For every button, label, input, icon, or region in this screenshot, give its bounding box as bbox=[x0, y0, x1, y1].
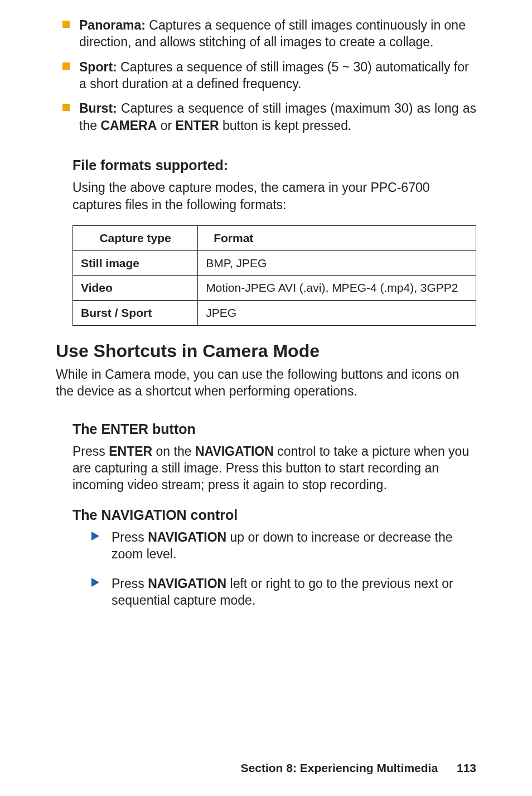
keyword-enter: ENTER bbox=[176, 118, 219, 133]
text-pre: Press bbox=[112, 530, 148, 544]
enter-heading: The ENTER button bbox=[72, 420, 476, 438]
bullet-text-mid: or bbox=[157, 118, 175, 133]
bullet-title: Panorama: bbox=[79, 18, 146, 32]
text-pre: Press bbox=[72, 444, 109, 459]
list-item: Press NAVIGATION left or right to go to … bbox=[91, 575, 476, 609]
cell-value: BMP, JPEG bbox=[198, 250, 476, 276]
triangle-bullet-icon bbox=[91, 578, 99, 587]
square-bullet-icon bbox=[62, 104, 70, 111]
keyword-navigation: NAVIGATION bbox=[195, 444, 274, 459]
footer-section: Section 8: Experiencing Multimedia bbox=[241, 761, 438, 774]
bullet-title: Sport: bbox=[79, 60, 117, 74]
table-head-row: Capture type Format bbox=[73, 225, 476, 250]
bullet-text-post: button is kept pressed. bbox=[219, 118, 352, 133]
list-item: Sport: Captures a sequence of still imag… bbox=[56, 59, 476, 93]
text-pre: Press bbox=[112, 576, 148, 591]
page: Panorama: Captures a sequence of still i… bbox=[0, 0, 532, 796]
list-item: Burst: Captures a sequence of still imag… bbox=[56, 100, 476, 134]
page-footer: Section 8: Experiencing Multimedia 113 bbox=[241, 760, 476, 776]
bullet-title: Burst: bbox=[79, 101, 117, 115]
table-row: Burst / Sport JPEG bbox=[73, 301, 476, 326]
nav-heading: The NAVIGATION control bbox=[72, 506, 476, 524]
table-row: Video Motion-JPEG AVI (.avi), MPEG-4 (.m… bbox=[73, 276, 476, 301]
col-capture-type: Capture type bbox=[73, 225, 198, 250]
cell-key: Burst / Sport bbox=[73, 301, 198, 326]
bullet-text: Captures a sequence of still images (5 ~… bbox=[79, 60, 469, 91]
shortcuts-intro: While in Camera mode, you can use the fo… bbox=[56, 366, 476, 400]
list-item: Panorama: Captures a sequence of still i… bbox=[56, 17, 476, 51]
footer-page-number: 113 bbox=[457, 760, 476, 776]
keyword-navigation: NAVIGATION bbox=[148, 576, 226, 591]
file-formats-intro: Using the above capture modes, the camer… bbox=[72, 179, 476, 213]
file-formats-heading: File formats supported: bbox=[72, 156, 476, 175]
cell-key: Video bbox=[73, 276, 198, 301]
navigation-control-section: The NAVIGATION control Press NAVIGATION … bbox=[72, 506, 476, 609]
enter-paragraph: Press ENTER on the NAVIGATION control to… bbox=[72, 443, 476, 494]
cell-value: JPEG bbox=[198, 301, 476, 326]
keyword-enter: ENTER bbox=[109, 444, 152, 459]
table-row: Still image BMP, JPEG bbox=[73, 250, 476, 276]
enter-button-section: The ENTER button Press ENTER on the NAVI… bbox=[72, 420, 476, 494]
nav-list: Press NAVIGATION up or down to increase … bbox=[91, 529, 476, 609]
text-mid: on the bbox=[152, 444, 195, 459]
list-item: Press NAVIGATION up or down to increase … bbox=[91, 529, 476, 563]
file-formats-section: File formats supported: Using the above … bbox=[72, 156, 476, 326]
keyword-camera: CAMERA bbox=[100, 118, 157, 133]
square-bullet-icon bbox=[62, 62, 70, 70]
square-bullet-icon bbox=[62, 21, 70, 28]
formats-table: Capture type Format Still image BMP, JPE… bbox=[72, 225, 476, 326]
cell-value: Motion-JPEG AVI (.avi), MPEG-4 (.mp4), 3… bbox=[198, 276, 476, 301]
col-format: Format bbox=[198, 225, 476, 250]
keyword-navigation: NAVIGATION bbox=[148, 530, 226, 544]
capture-mode-list: Panorama: Captures a sequence of still i… bbox=[56, 17, 476, 134]
triangle-bullet-icon bbox=[91, 532, 99, 541]
cell-key: Still image bbox=[73, 250, 198, 276]
shortcuts-heading: Use Shortcuts in Camera Mode bbox=[56, 339, 476, 363]
